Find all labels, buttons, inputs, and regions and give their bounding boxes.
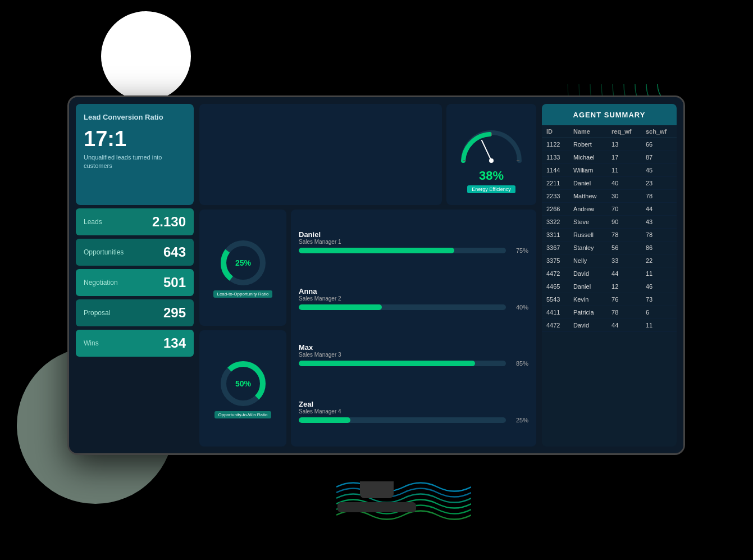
- donut1-wrapper: 25%: [218, 238, 268, 288]
- agent-id: 2211: [542, 177, 569, 190]
- bar-chart: [205, 121, 436, 199]
- dashboard: Lead Conversion Ratio 17:1 Unqualified l…: [69, 97, 683, 453]
- table-row: 3367 Stanley 56 86: [542, 242, 677, 254]
- manager-role: Sales Manager 4: [299, 408, 528, 415]
- agent-name: Andrew: [569, 203, 607, 216]
- donut2-label: Opportunity-to-Win Ratio: [215, 411, 271, 418]
- metric-leads-label: Leads: [84, 218, 102, 226]
- manager-row: Anna Sales Manager 2 40%: [299, 287, 528, 311]
- agent-id: 1133: [542, 151, 569, 164]
- top-row: 38% Energy Efficiency: [199, 104, 536, 205]
- agent-id: 4465: [542, 280, 569, 293]
- metric-wins-label: Wins: [84, 339, 99, 347]
- agent-id: 1122: [542, 138, 569, 151]
- metric-leads: Leads 2.130: [76, 208, 194, 235]
- agent-sch-wf: 23: [641, 177, 677, 190]
- agent-sch-wf: 46: [641, 280, 677, 293]
- agent-name: William: [569, 164, 607, 177]
- manager-role: Sales Manager 3: [299, 352, 528, 358]
- gauge-percent: 38%: [479, 169, 504, 183]
- deco-circle-white: [101, 11, 191, 101]
- agent-name: David: [569, 319, 607, 332]
- metric-leads-value: 2.130: [152, 214, 186, 230]
- donut2-svg: 50%: [218, 358, 268, 409]
- svg-text:50%: 50%: [235, 379, 251, 388]
- manager-role: Sales Manager 2: [299, 295, 528, 302]
- agent-name: Daniel: [569, 177, 607, 190]
- table-row: 1133 Michael 17 87: [542, 151, 677, 164]
- metric-proposal: Proposal 295: [76, 299, 194, 326]
- metric-neg-label: Negotiation: [84, 279, 118, 286]
- manager-pct: 25%: [510, 417, 528, 424]
- metric-negotiation: Negotiation 501: [76, 269, 194, 296]
- table-row: 4472 David 44 11: [542, 267, 677, 280]
- agent-id: 4472: [542, 319, 569, 332]
- lead-conversion-card: Lead Conversion Ratio 17:1 Unqualified l…: [76, 104, 194, 205]
- svg-point-13: [489, 158, 494, 163]
- table-row: 2266 Andrew 70 44: [542, 203, 677, 216]
- metric-opps-value: 643: [163, 244, 186, 260]
- agent-req-wf: 30: [607, 190, 641, 203]
- svg-text:25%: 25%: [235, 258, 251, 267]
- agent-id: 3375: [542, 254, 569, 267]
- agent-req-wf: 78: [607, 229, 641, 242]
- agent-id: 3311: [542, 229, 569, 242]
- manager-bar-fill: [299, 248, 454, 253]
- agent-req-wf: 12: [607, 280, 641, 293]
- agent-name: Matthew: [569, 190, 607, 203]
- agent-req-wf: 11: [607, 164, 641, 177]
- table-row: 2211 Daniel 40 23: [542, 177, 677, 190]
- manager-bar-fill: [299, 304, 382, 310]
- agent-sch-wf: 78: [641, 229, 677, 242]
- bottom-row: 25% Lead-to-Opportunity Ratio 5: [199, 210, 536, 447]
- monitor-base: [337, 502, 416, 512]
- agent-summary-header: AGENT SUMMARY: [542, 104, 677, 125]
- agent-name: Daniel: [569, 280, 607, 293]
- right-column: AGENT SUMMARY ID Name req_wf sch_wf 1122…: [542, 104, 677, 447]
- table-row: 3311 Russell 78 78: [542, 229, 677, 242]
- monitor-stand: [360, 481, 394, 498]
- agent-sch-wf: 78: [641, 190, 677, 203]
- col-req: req_wf: [607, 125, 641, 138]
- agent-name: Nelly: [569, 254, 607, 267]
- agent-table: ID Name req_wf sch_wf 1122 Robert 13 66 …: [542, 125, 677, 332]
- agent-sch-wf: 87: [641, 151, 677, 164]
- gauge-svg: [455, 116, 528, 166]
- agent-sch-wf: 22: [641, 254, 677, 267]
- agent-req-wf: 44: [607, 267, 641, 280]
- agent-req-wf: 70: [607, 203, 641, 216]
- manager-name: Daniel: [299, 230, 528, 239]
- col-name: Name: [569, 125, 607, 138]
- metric-wins-value: 134: [163, 335, 186, 351]
- manager-bar-row: 75%: [299, 247, 528, 254]
- manager-bar-fill: [299, 417, 350, 423]
- monitor: Lead Conversion Ratio 17:1 Unqualified l…: [67, 95, 685, 455]
- agent-sch-wf: 73: [641, 293, 677, 306]
- table-row: 3322 Steve 90 43: [542, 216, 677, 229]
- agent-name: Russell: [569, 229, 607, 242]
- agent-req-wf: 56: [607, 242, 641, 254]
- manager-pct: 75%: [510, 247, 528, 254]
- donut-lead-opportunity: 25% Lead-to-Opportunity Ratio: [199, 210, 286, 326]
- agent-id: 4411: [542, 306, 569, 319]
- agent-sch-wf: 86: [641, 242, 677, 254]
- agent-sch-wf: 45: [641, 164, 677, 177]
- manager-role: Sales Manager 1: [299, 239, 528, 245]
- middle-column: 38% Energy Efficiency 2: [199, 104, 536, 447]
- agent-req-wf: 13: [607, 138, 641, 151]
- manager-name: Max: [299, 343, 528, 352]
- agent-sch-wf: 43: [641, 216, 677, 229]
- table-row: 4472 David 44 11: [542, 319, 677, 332]
- gauge-label: Energy Efficiency: [467, 185, 515, 193]
- manager-row: Max Sales Manager 3 85%: [299, 343, 528, 367]
- left-column: Lead Conversion Ratio 17:1 Unqualified l…: [76, 104, 194, 447]
- agent-req-wf: 78: [607, 306, 641, 319]
- metric-neg-value: 501: [163, 275, 186, 290]
- manager-bar-bg: [299, 248, 506, 253]
- agent-id: 3322: [542, 216, 569, 229]
- manager-bar-bg: [299, 417, 506, 423]
- manager-pct: 40%: [510, 304, 528, 311]
- agent-name: David: [569, 267, 607, 280]
- table-row: 4411 Patricia 78 6: [542, 306, 677, 319]
- manager-bar-bg: [299, 361, 506, 366]
